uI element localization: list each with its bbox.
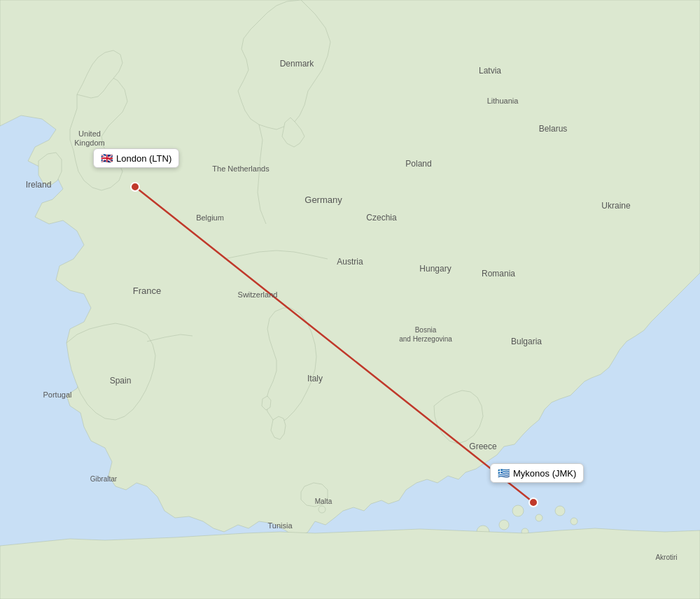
svg-point-12 <box>131 183 139 191</box>
country-label-romania: Romania <box>482 269 515 279</box>
mykonos-label-text: Mykonos (JMK) <box>513 468 576 479</box>
country-label-switzerland: Switzerland <box>238 290 278 299</box>
country-label-uk: United <box>78 129 101 138</box>
country-label-denmark: Denmark <box>280 59 315 69</box>
country-label-akrotiri: Akrotiri <box>655 554 677 561</box>
svg-point-10 <box>318 506 326 513</box>
svg-point-13 <box>529 498 538 507</box>
uk-flag: 🇬🇧 <box>101 153 113 164</box>
svg-point-8 <box>555 506 565 516</box>
country-label-belarus: Belarus <box>539 124 568 134</box>
country-label-bosnia1: Bosnia <box>415 326 437 334</box>
map-container: Ireland United Kingdom The Netherlands D… <box>0 0 700 599</box>
country-label-portugal: Portugal <box>43 390 72 399</box>
country-label-greece: Greece <box>469 442 497 451</box>
country-label-hungary: Hungary <box>419 264 451 274</box>
country-label-austria: Austria <box>337 257 363 267</box>
london-airport-label: 🇬🇧 London (LTN) <box>93 148 179 168</box>
country-label-bosnia2: and Herzegovina <box>399 335 452 343</box>
country-label-ireland: Ireland <box>26 180 52 190</box>
svg-point-2 <box>512 505 524 516</box>
country-label-malta: Malta <box>315 498 332 505</box>
country-label-bulgaria: Bulgaria <box>511 337 542 346</box>
country-label-ukraine: Ukraine <box>601 201 631 211</box>
svg-point-9 <box>570 518 578 525</box>
country-label-latvia: Latvia <box>479 66 501 76</box>
country-label-uk2: Kingdom <box>74 139 104 147</box>
greece-flag: 🇬🇷 <box>498 467 510 479</box>
svg-point-4 <box>499 520 509 530</box>
london-label-text: London (LTN) <box>116 153 172 164</box>
country-label-czechia: Czechia <box>366 213 397 223</box>
svg-point-3 <box>536 514 542 521</box>
country-label-belgium: Belgium <box>196 213 224 222</box>
country-label-germany: Germany <box>304 195 342 205</box>
mykonos-airport-label: 🇬🇷 Mykonos (JMK) <box>490 463 584 483</box>
country-label-gibraltar: Gibraltar <box>90 475 118 483</box>
country-label-france: France <box>133 286 161 296</box>
country-label-lithuania: Lithuania <box>487 97 519 105</box>
country-label-italy: Italy <box>307 374 323 383</box>
country-label-netherlands: The Netherlands <box>212 164 270 173</box>
country-label-tunisia: Tunisia <box>267 521 293 530</box>
country-label-spain: Spain <box>110 376 132 386</box>
country-label-poland: Poland <box>405 159 431 169</box>
